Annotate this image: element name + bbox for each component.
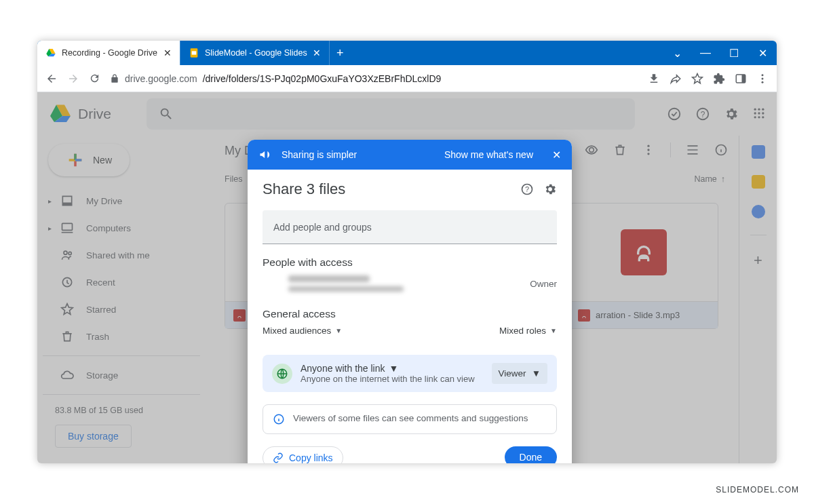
new-tab-button[interactable]: + [329,41,351,65]
banner-text: Sharing is simpler [282,149,357,160]
copy-links-button[interactable]: Copy links [263,446,343,463]
svg-point-10 [762,81,764,83]
roles-dropdown[interactable]: Mixed roles▼ [499,326,557,336]
add-people-input[interactable]: Add people and groups [263,210,557,244]
browser-tab-2[interactable]: SlideModel - Google Slides ✕ [180,41,329,65]
globe-icon [272,364,292,384]
tab-close-icon[interactable]: ✕ [163,47,172,58]
megaphone-icon [258,148,272,161]
share-icon[interactable] [670,73,682,85]
people-section-title: People with access [263,256,557,269]
svg-point-9 [762,77,764,79]
window-maximize-icon[interactable]: ☐ [720,41,748,65]
chevron-down-icon: ▼ [550,327,557,334]
link-role-dropdown[interactable]: Viewer▼ [492,363,547,384]
lock-icon [110,74,119,83]
drive-favicon-icon [45,47,56,58]
chevron-down-icon: ▼ [389,363,399,374]
general-section-title: General access [263,308,557,320]
banner-close-icon[interactable]: ✕ [552,149,561,161]
window-close-icon[interactable]: ✕ [748,41,777,65]
link-description: Anyone on the internet with the link can… [301,374,484,384]
svg-rect-5 [192,51,197,54]
dialog-title: Share 3 files [263,180,345,198]
sidepanel-icon[interactable] [735,73,747,85]
link-access-box: Anyone with the link▼ Anyone on the inte… [263,355,557,392]
watermark: SLIDEMODEL.COM [716,485,799,495]
audience-dropdown[interactable]: Mixed audiences▼ [263,326,342,336]
info-notice: Viewers of some files can see comments a… [263,404,557,434]
info-text: Viewers of some files can see comments a… [293,413,528,425]
slides-favicon-icon [189,47,199,58]
install-app-icon[interactable] [648,73,660,85]
bookmark-star-icon[interactable] [691,73,703,85]
nav-back-button[interactable] [45,73,58,85]
tab-title: Recording - Google Drive [62,48,157,58]
share-dialog: Sharing is simpler Show me what's new ✕ … [248,140,572,463]
share-help-icon[interactable]: ? [520,182,534,196]
svg-rect-7 [742,75,745,83]
window-minimize-icon[interactable]: — [691,41,720,65]
nav-forward-button [67,73,79,85]
window-menu-icon[interactable]: ⌄ [663,41,691,65]
link-icon [273,452,284,463]
svg-point-8 [762,74,764,76]
url-host: drive.google.com [125,73,197,84]
tab-close-icon[interactable]: ✕ [313,47,321,58]
browser-tab-1[interactable]: Recording - Google Drive ✕ [37,41,180,65]
info-icon [273,413,285,425]
link-title-dropdown[interactable]: Anyone with the link▼ [301,363,484,374]
address-bar[interactable]: drive.google.com/drive/folders/1S-PJq02p… [110,73,638,84]
chevron-down-icon: ▼ [335,327,342,334]
person-row: Owner [263,269,557,304]
tab-title: SlideModel - Google Slides [205,48,307,58]
owner-role: Owner [530,279,557,289]
banner-cta-button[interactable]: Show me what's new [444,149,533,160]
done-button[interactable]: Done [505,446,557,463]
nav-reload-button[interactable] [89,73,100,84]
extensions-icon[interactable] [713,73,725,85]
chevron-down-icon: ▼ [532,368,541,379]
browser-menu-icon[interactable] [756,73,769,85]
url-path: /drive/folders/1S-PJq02pM0GxuFaYO3XzEBrF… [203,73,442,84]
share-settings-icon[interactable] [543,182,557,196]
svg-text:?: ? [525,185,529,193]
